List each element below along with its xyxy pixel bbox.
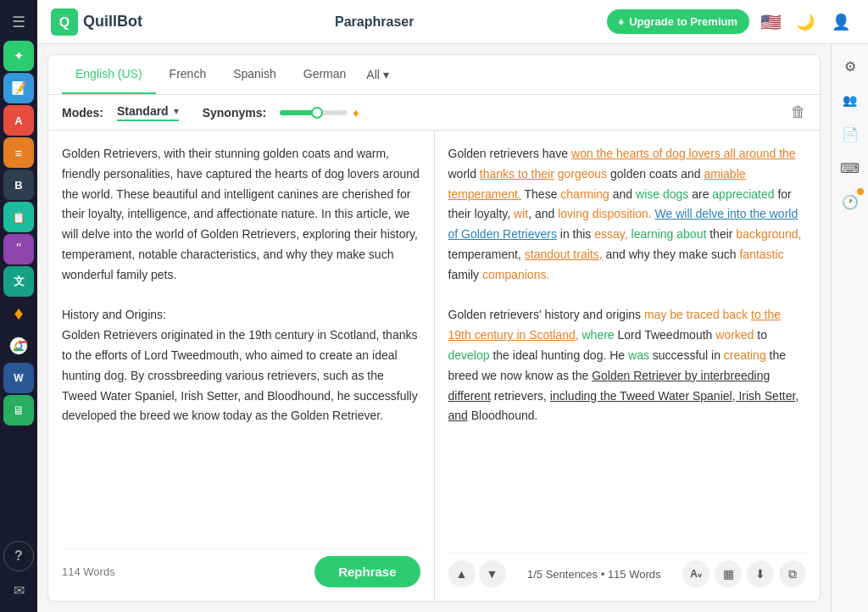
- sidebar-icon-document[interactable]: 📝: [3, 73, 34, 103]
- highlight-wise: wise dogs: [636, 187, 688, 201]
- input-text-area[interactable]: Golden Retrievers, with their stunning g…: [62, 144, 420, 542]
- sidebar-icon-diamond[interactable]: ♦: [3, 298, 34, 329]
- highlight-appreciated: appreciated: [712, 187, 774, 201]
- upgrade-label: Upgrade to Premium: [629, 15, 737, 28]
- editors-area: Golden Retrievers, with their stunning g…: [48, 131, 820, 601]
- sidebar-bottom: ? ✉: [3, 541, 34, 605]
- sidebar-icon-word[interactable]: W: [3, 363, 34, 393]
- sidebar-icon-grammar[interactable]: A: [3, 105, 34, 136]
- sidebar-icon-help[interactable]: ?: [3, 541, 34, 571]
- word-count-label: 114 Words: [62, 565, 115, 578]
- tab-english[interactable]: English (US): [62, 55, 156, 94]
- input-paragraph-heading: History and Origins:: [62, 305, 420, 325]
- mode-value: Standard: [117, 104, 169, 118]
- tab-spanish[interactable]: Spanish: [220, 55, 290, 94]
- sidebar-icon-mail[interactable]: ✉: [3, 575, 34, 605]
- user-profile-button[interactable]: 👤: [827, 8, 854, 36]
- output-editor-footer: ▲ ▼ 1/5 Sentences • 115 Words Aᵥ ▦ ⬇ ⧉: [448, 553, 807, 587]
- sidebar-icon-citation[interactable]: B: [3, 170, 34, 200]
- flag-icon[interactable]: 🇺🇸: [758, 9, 783, 35]
- highlight-essay: essay,: [594, 227, 627, 241]
- input-paragraph-1: Golden Retrievers, with their stunning g…: [62, 144, 420, 286]
- tab-german[interactable]: German: [290, 55, 360, 94]
- modes-bar: Modes: Standard ▾ Synonyms: ♦ 🗑: [48, 95, 820, 131]
- diamond-icon: ♦: [619, 15, 625, 28]
- document-panel-button[interactable]: 📄: [835, 119, 865, 149]
- logo-icon: Q: [51, 8, 78, 36]
- output-paragraph-1: Golden retrievers have won the hearts of…: [448, 144, 807, 286]
- modes-label: Modes:: [62, 106, 103, 120]
- keyboard-panel-button[interactable]: ⌨: [835, 153, 865, 183]
- mode-chevron-icon: ▾: [174, 105, 179, 117]
- logo-area: Q QuillBot: [51, 8, 142, 36]
- dark-mode-button[interactable]: 🌙: [792, 8, 819, 36]
- dropdown-chevron-icon: ▾: [383, 68, 389, 81]
- rephrase-button[interactable]: Rephrase: [314, 556, 420, 587]
- settings-panel-button[interactable]: ⚙: [835, 51, 865, 81]
- highlight-charming: charming: [560, 187, 609, 201]
- svg-point-2: [17, 344, 21, 348]
- highlight-was: was: [628, 348, 649, 362]
- premium-diamond-icon: ♦: [353, 106, 359, 120]
- sidebar-icon-feather[interactable]: ✦: [3, 41, 34, 71]
- right-tool-panel: ⚙ 👥 📄 ⌨ 🕐: [831, 44, 868, 612]
- hamburger-menu[interactable]: ☰: [3, 7, 34, 37]
- input-editor: Golden Retrievers, with their stunning g…: [48, 131, 435, 601]
- upgrade-button[interactable]: ♦ Upgrade to Premium: [607, 9, 750, 34]
- highlight-standout: standout traits,: [525, 248, 603, 261]
- delete-button[interactable]: 🗑: [791, 103, 806, 121]
- accuracy-button[interactable]: Aᵥ: [682, 560, 709, 587]
- svg-text:Q: Q: [59, 15, 70, 30]
- highlight-develop: develop: [448, 348, 490, 362]
- highlight-worked: worked: [715, 328, 754, 342]
- synonyms-label: Synonyms:: [203, 106, 266, 120]
- all-label: All: [366, 68, 380, 81]
- sidebar-icon-list: ✦ 📝 A ≡ B 📋 " 文 ♦ W 🖥: [0, 41, 37, 426]
- sidebar-icon-summarize[interactable]: ≡: [3, 137, 34, 168]
- highlight-companions: companions.: [482, 268, 549, 281]
- highlight-including: including the Tweed Water Spaniel, Irish…: [448, 389, 799, 423]
- next-sentence-button[interactable]: ▼: [479, 560, 506, 587]
- output-paragraph-2: Golden retrievers' history and origins m…: [448, 305, 807, 426]
- sidebar-icon-chrome[interactable]: [3, 331, 34, 361]
- slider-track: [280, 110, 348, 115]
- header-actions: ♦ Upgrade to Premium 🇺🇸 🌙 👤: [607, 8, 855, 36]
- highlight-background: background,: [736, 227, 801, 241]
- mode-selector[interactable]: Standard ▾: [117, 104, 179, 121]
- chart-button[interactable]: ▦: [715, 560, 742, 587]
- header: Q QuillBot Paraphraser ♦ Upgrade to Prem…: [37, 0, 868, 44]
- highlight-creating: creating: [724, 348, 766, 362]
- tab-french[interactable]: French: [156, 55, 220, 94]
- synonyms-slider[interactable]: ♦: [280, 106, 359, 120]
- highlight-fantastic: fantastic: [739, 248, 783, 261]
- output-editor: Golden retrievers have won the hearts of…: [435, 131, 821, 601]
- sentence-info: 1/5 Sentences • 115 Words: [527, 568, 661, 581]
- people-panel-button[interactable]: 👥: [835, 85, 865, 115]
- highlight-thanks: thanks to their: [480, 167, 554, 181]
- download-button[interactable]: ⬇: [747, 560, 774, 587]
- all-languages-dropdown[interactable]: All ▾: [359, 56, 396, 93]
- input-editor-footer: 114 Words Rephrase: [62, 548, 420, 587]
- highlight-loving: loving disposition.: [558, 207, 652, 220]
- slider-thumb: [311, 107, 323, 119]
- highlight-where: where: [582, 328, 615, 342]
- language-tabs: English (US) French Spanish German All ▾: [48, 55, 820, 95]
- highlight-won: won the hearts of dog lovers all around …: [571, 147, 796, 160]
- input-paragraph-2: Golden Retrievers originated in the 19th…: [62, 325, 420, 426]
- output-footer-icons: Aᵥ ▦ ⬇ ⧉: [682, 560, 806, 587]
- sidebar-icon-monitor[interactable]: 🖥: [3, 395, 34, 426]
- logo-text: QuillBot: [83, 13, 142, 31]
- sidebar-icon-plagiarism[interactable]: 📋: [3, 202, 34, 232]
- highlight-wit: wit: [514, 207, 528, 220]
- output-text-area[interactable]: Golden retrievers have won the hearts of…: [448, 144, 807, 546]
- sidebar-icon-quote[interactable]: ": [3, 234, 34, 264]
- history-panel-button[interactable]: 🕐: [835, 186, 865, 217]
- left-sidebar: ☰ ✦ 📝 A ≡ B 📋 " 文 ♦ W 🖥 ? ✉: [0, 0, 37, 612]
- copy-button[interactable]: ⧉: [779, 560, 806, 587]
- highlight-traced: may be traced back: [644, 308, 748, 321]
- sidebar-icon-translate[interactable]: 文: [3, 266, 34, 297]
- prev-sentence-button[interactable]: ▲: [448, 560, 476, 587]
- page-title: Paraphraser: [153, 14, 597, 30]
- highlight-gorgeous: gorgeous: [558, 167, 607, 181]
- navigation-arrows: ▲ ▼: [448, 560, 506, 587]
